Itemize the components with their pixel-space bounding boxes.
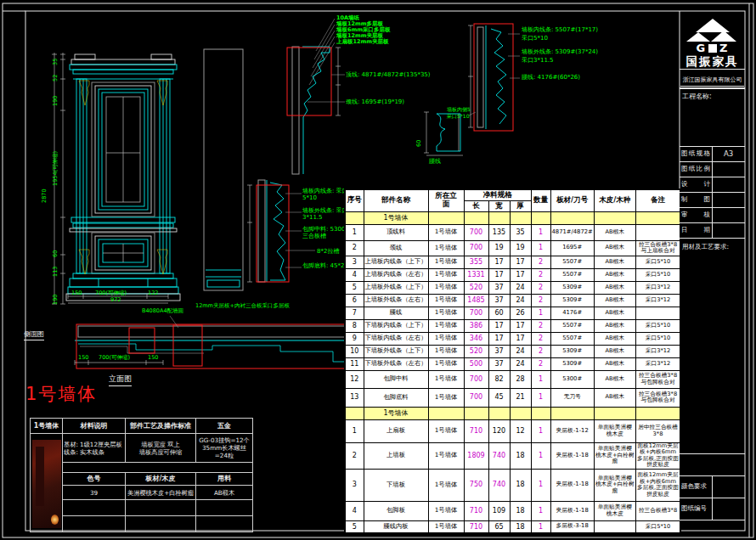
hdr-qty: 数量 (531, 189, 550, 211)
cell-no: 2 (345, 240, 364, 256)
table-row: 13包脚底料1号墙体70045211无刀号AB椴木拉三合板槽3*8与包脚板合对 (345, 388, 680, 407)
cell-name: 包脚中料 (364, 370, 428, 388)
cell-face: 1号墙体 (428, 501, 464, 520)
cell-note: 面板12mm夹层板+内板6mm多层板,正面按图拼皮贴皮 (635, 442, 680, 469)
cell-name: 腰线 (364, 307, 428, 319)
hdr-wid: 宽 (488, 200, 510, 211)
cell-width: 135 (488, 224, 510, 240)
dim-52: 52 (53, 75, 59, 82)
cell-no: 4 (345, 268, 364, 281)
info-process-header: 部件工艺及操作标准 (126, 419, 196, 434)
cell-note: 采口5*10 (635, 256, 680, 268)
cad-sheet: 10A墙纸 墙板12mm多层板 墙板6mm采口多层板 墙板12mm夹层板 上扇板… (0, 0, 756, 540)
cell-width: 109 (488, 501, 510, 520)
sec-blank (594, 407, 635, 419)
callout-small-inner-side: 墙板内侧5 (447, 107, 471, 113)
cell-qty: 1 (531, 520, 550, 533)
cell-board: 多层板-3-18 (550, 520, 594, 533)
cell-width: 60 (488, 307, 510, 319)
cell-qty: 1 (531, 501, 550, 520)
cell-board: 5309# (550, 281, 594, 294)
cell-length: 386 (464, 319, 488, 332)
cell-veneer: AB椴木 (594, 224, 635, 240)
dim-bottom-700: 700(可伸缩) (95, 290, 127, 296)
cell-length: 1331 (464, 268, 488, 281)
cell-board: 5309# (550, 345, 594, 357)
cell-width: 37 (488, 281, 510, 294)
cell-note: 居中拉三合板槽3*8 (635, 419, 680, 442)
cell-no: 10 (345, 345, 364, 357)
sec-blank (635, 211, 680, 224)
sec-blank (510, 211, 531, 224)
cell-no: 3 (345, 256, 364, 268)
cell-length: 355 (464, 256, 488, 268)
cell-qty: 1 (531, 224, 550, 240)
cell-name: 下墙板内线条（上下） (364, 319, 428, 332)
cell-veneer: 单面贴美洲樱桃木皮+白栓树瘤 (594, 469, 635, 501)
callout-neck-line: 颈线: 1695#(19*19) (346, 98, 404, 105)
cell-no: 9 (345, 332, 364, 345)
section-title: 1号墙体 (364, 407, 428, 419)
cell-name: 腰线内板 (364, 520, 428, 533)
info-table: 1号墙体 材料说明 部件工艺及操作标准 五金 基材: 1级12厘夹层板 线条: … (30, 418, 253, 532)
cell-length: 710 (464, 419, 488, 442)
dim-35: 35 (53, 59, 59, 65)
info-color-header: 色号 (63, 473, 126, 486)
cell-face: 1号墙体 (428, 240, 464, 256)
sec-blank (550, 211, 594, 224)
waist-detail-label: 腰线 (429, 158, 441, 165)
waist-dim: 60 (416, 140, 422, 147)
cell-note: 面板12mm夹层板+内板6mm多层板,正面按图拼皮贴皮 (635, 469, 680, 501)
cell-length: 1485 (464, 294, 488, 307)
cell-qty: 2 (531, 281, 550, 294)
callout-groove: 8*2拉槽 (317, 248, 339, 255)
cell-board: 5507# (550, 256, 594, 268)
cell-width: 19 (488, 240, 510, 256)
table-row: 4上墙板内线条（左右）1号墙体1331171725507#AB椴木采口5*10 (345, 268, 680, 281)
cell-qty: 2 (531, 256, 550, 268)
cell-face: 1号墙体 (428, 370, 464, 388)
cell-width: 82 (488, 370, 510, 388)
callout-right-outer-rebate: 采口3*11.5 (522, 57, 554, 64)
cell-name: 下墙板内线条（左右） (364, 332, 428, 345)
room-render-thumbnail (32, 440, 61, 528)
table-row: 9下墙板内线条（左右）1号墙体346171725507#AB椴木采口5*10 (345, 332, 680, 345)
dim-plan-700: 700(可伸缩) (99, 355, 130, 361)
cell-thickness: 24 (510, 294, 531, 307)
info-hardware-cell: GG-03挂钩=12个 35mm长木螺丝=24粒 (196, 434, 253, 463)
cell-width: 17 (488, 319, 510, 332)
info-material-header: 材料说明 (63, 419, 126, 434)
info-material-cell: 基材: 1级12厘夹层板 线条: 实木线条 (63, 434, 126, 463)
dim-1954: 1954(可伸缩) (53, 151, 59, 186)
cell-face: 1号墙体 (428, 419, 464, 442)
cell-name: 上墙板外线条（上下） (364, 281, 428, 294)
table-row: 2上墙板1号墙体1809740181夹层板-1-18单面贴美洲樱桃木皮+白栓树瘤… (345, 442, 680, 469)
cell-name: 包脚底料 (364, 388, 428, 407)
callout-top-line: 顶线: 4871#/4872#(135*35) (346, 71, 431, 78)
info-wall-label: 1号墙体 (31, 419, 63, 434)
sec-no (345, 407, 364, 419)
info-veneer-value: 美洲樱桃木皮+白栓树瘤 (126, 486, 196, 500)
info-thumbnail-cell (31, 434, 63, 532)
cell-face: 1号墙体 (428, 268, 464, 281)
cell-name: 下墙板 (364, 469, 428, 501)
cell-name: 上墙板 (364, 442, 428, 469)
cell-thickness: 35 (510, 224, 531, 240)
info-use-header: 用料 (196, 473, 253, 486)
cell-veneer: 单面贴美洲樱桃木皮 (594, 419, 635, 442)
logo-mountain-left-icon (686, 32, 710, 42)
cell-length: 750 (464, 469, 488, 501)
cell-veneer (594, 520, 635, 533)
cell-qty: 1 (531, 469, 550, 501)
cell-veneer: AB椴木 (594, 281, 635, 294)
cell-thickness: 28 (510, 370, 531, 388)
cell-length: 710 (464, 520, 488, 533)
cell-board: 5507# (550, 332, 594, 345)
sec-blank (510, 407, 531, 419)
cell-note: 采口3*12 (635, 357, 680, 370)
cell-thickness: 21 (510, 388, 531, 407)
cell-width: 740 (488, 442, 510, 469)
table-row: 1顶线料1号墙体7001353514871#/4872#AB椴木 (345, 224, 680, 240)
sec-blank (488, 211, 510, 224)
info-veneer-header: 板材/木皮 (126, 473, 196, 486)
